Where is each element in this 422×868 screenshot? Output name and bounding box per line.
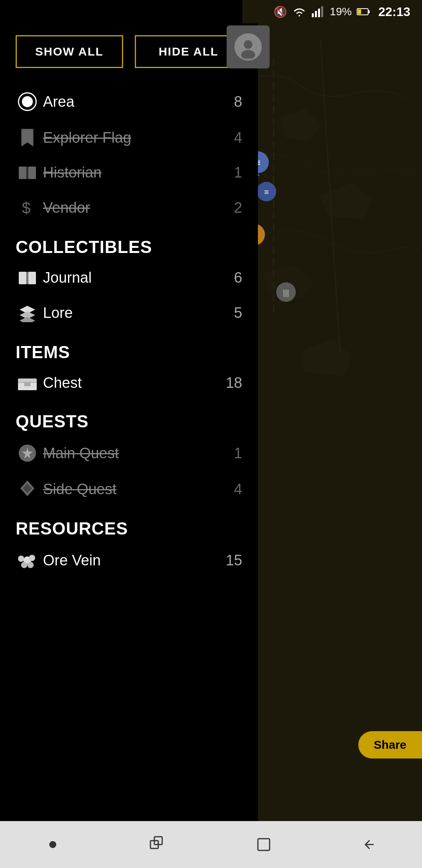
svg-point-28 bbox=[244, 40, 252, 49]
filter-item-lore[interactable]: Lore 5 bbox=[16, 295, 242, 331]
show-all-button[interactable]: SHOW ALL bbox=[16, 35, 123, 68]
home-icon bbox=[49, 841, 56, 848]
filter-label-explorer-flag: Explorer Flag bbox=[39, 129, 223, 146]
svg-rect-26 bbox=[358, 9, 361, 14]
book-icon bbox=[16, 165, 39, 181]
nav-recent-button[interactable] bbox=[143, 829, 174, 860]
battery-icon bbox=[356, 5, 370, 19]
section-header-collectibles: COLLECTIBLES bbox=[16, 237, 242, 257]
back-icon bbox=[359, 835, 379, 854]
svg-rect-35 bbox=[28, 272, 36, 284]
filter-label-chest: Chest bbox=[39, 375, 223, 391]
svg-rect-31 bbox=[28, 167, 36, 179]
filter-label-ore-vein: Ore Vein bbox=[39, 552, 223, 569]
svg-rect-23 bbox=[321, 6, 323, 17]
svg-rect-20 bbox=[312, 13, 314, 17]
nav-square-button[interactable] bbox=[248, 829, 279, 860]
filter-label-area: Area bbox=[39, 93, 223, 110]
svg-rect-21 bbox=[315, 11, 317, 17]
filter-label-historian: Historian bbox=[39, 164, 223, 181]
filter-count-explorer-flag: 4 bbox=[223, 129, 242, 146]
filter-item-chest[interactable]: Chest 18 bbox=[16, 366, 242, 400]
svg-point-51 bbox=[21, 562, 27, 568]
radio-icon bbox=[16, 92, 39, 111]
filter-item-ore-vein[interactable]: Ore Vein 15 bbox=[16, 542, 242, 578]
svg-point-50 bbox=[29, 555, 35, 561]
action-buttons: SHOW ALL HIDE ALL bbox=[16, 35, 242, 68]
map-pin-blue2: ≡ bbox=[256, 180, 277, 205]
filter-item-main-quest[interactable]: Main Quest 1 bbox=[16, 435, 242, 471]
svg-text:🔇: 🔇 bbox=[274, 5, 287, 18]
avatar-button[interactable] bbox=[227, 25, 270, 68]
filter-label-lore: Lore bbox=[39, 305, 223, 321]
share-button[interactable]: Share bbox=[358, 731, 422, 759]
filter-count-main-quest: 1 bbox=[223, 445, 242, 462]
sidequest-icon bbox=[16, 480, 39, 499]
filter-item-historian[interactable]: Historian 1 bbox=[16, 156, 242, 190]
svg-rect-25 bbox=[368, 10, 370, 13]
filter-label-side-quest: Side Quest bbox=[39, 481, 223, 498]
square-icon bbox=[254, 835, 274, 854]
journal-icon bbox=[16, 270, 39, 286]
filter-count-historian: 1 bbox=[223, 164, 242, 181]
status-time: 22:13 bbox=[378, 5, 410, 19]
filter-count-lore: 5 bbox=[223, 305, 242, 321]
filter-label-vendor: Vendor bbox=[39, 199, 223, 216]
svg-rect-34 bbox=[19, 272, 27, 284]
filter-count-side-quest: 4 bbox=[223, 481, 242, 498]
ore-icon bbox=[16, 551, 39, 570]
svg-point-49 bbox=[18, 556, 24, 562]
recent-apps-icon bbox=[148, 835, 168, 854]
filter-label-journal: Journal bbox=[39, 269, 223, 286]
svg-text:$: $ bbox=[22, 199, 30, 216]
map-pin-ammo: ||| bbox=[275, 282, 297, 307]
svg-rect-55 bbox=[258, 839, 270, 850]
filter-item-journal[interactable]: Journal 6 bbox=[16, 261, 242, 295]
avatar-icon bbox=[234, 33, 262, 61]
filter-count-vendor: 2 bbox=[223, 199, 242, 216]
svg-rect-41 bbox=[18, 378, 37, 382]
filter-item-area[interactable]: Area 8 bbox=[16, 84, 242, 120]
svg-marker-39 bbox=[20, 317, 35, 322]
battery-level: 19% bbox=[330, 5, 352, 18]
svg-rect-42 bbox=[24, 382, 30, 386]
svg-point-52 bbox=[27, 562, 34, 568]
filter-panel: SHOW ALL HIDE ALL Area 8 Explorer Flag 4 bbox=[0, 23, 258, 821]
signal-icon bbox=[311, 5, 325, 19]
nav-home-button[interactable] bbox=[37, 829, 68, 860]
nav-back-button[interactable] bbox=[354, 829, 385, 860]
bookmark-icon bbox=[16, 128, 39, 147]
filter-count-ore-vein: 15 bbox=[223, 552, 242, 569]
svg-rect-22 bbox=[318, 9, 320, 17]
star-icon bbox=[16, 444, 39, 463]
dollar-icon: $ bbox=[16, 198, 39, 217]
filter-count-area: 8 bbox=[223, 93, 242, 110]
bottom-navigation bbox=[0, 821, 422, 868]
filter-item-side-quest[interactable]: Side Quest 4 bbox=[16, 471, 242, 507]
filter-label-main-quest: Main Quest bbox=[39, 445, 223, 462]
svg-rect-30 bbox=[19, 167, 27, 179]
svg-text:≡: ≡ bbox=[264, 188, 269, 196]
svg-text:|||: ||| bbox=[283, 289, 289, 297]
mute-icon: 🔇 bbox=[274, 5, 288, 19]
wifi-icon bbox=[292, 5, 306, 19]
hide-all-button[interactable]: HIDE ALL bbox=[135, 35, 242, 68]
status-icons: 🔇 19% bbox=[274, 5, 370, 19]
filter-count-chest: 18 bbox=[223, 375, 242, 391]
section-header-resources: RESOURCES bbox=[16, 519, 242, 538]
filter-item-vendor[interactable]: $ Vendor 2 bbox=[16, 190, 242, 226]
filter-count-journal: 6 bbox=[223, 269, 242, 286]
lore-icon bbox=[16, 303, 39, 322]
chest-icon bbox=[16, 375, 39, 391]
section-header-quests: QUESTS bbox=[16, 412, 242, 431]
status-bar: 🔇 19% 22:13 bbox=[0, 0, 422, 23]
section-header-items: ITEMS bbox=[16, 343, 242, 362]
filter-item-explorer-flag[interactable]: Explorer Flag 4 bbox=[16, 120, 242, 156]
